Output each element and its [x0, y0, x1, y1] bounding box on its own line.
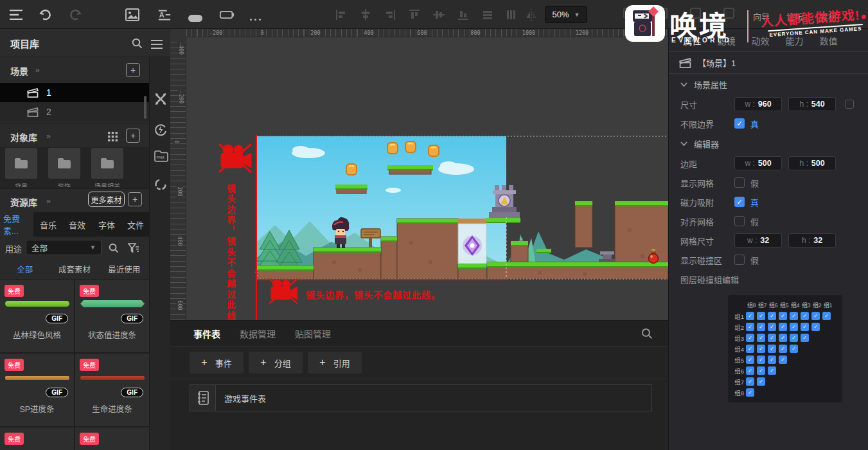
- matrix-checkbox[interactable]: ✓: [822, 312, 831, 320]
- show-collision-checkbox[interactable]: [734, 255, 745, 265]
- align-center-h-icon[interactable]: [359, 8, 373, 22]
- show-grid-checkbox[interactable]: [734, 177, 745, 188]
- scene-props-section-header[interactable]: 场景属性: [669, 74, 868, 94]
- asset-card[interactable]: 免费 GIF 丛林绿色风格: [0, 280, 74, 352]
- unbounded-checkbox[interactable]: ✓: [734, 118, 745, 129]
- panel-menu-icon[interactable]: [150, 37, 164, 51]
- add-reference-button[interactable]: +引用: [308, 352, 362, 374]
- cut-tool-icon[interactable]: [154, 93, 167, 105]
- matrix-checkbox[interactable]: ✓: [746, 388, 754, 397]
- align-top-icon[interactable]: [407, 8, 421, 22]
- scene-list-scrollbar[interactable]: [144, 96, 146, 119]
- matrix-checkbox[interactable]: ✓: [790, 334, 798, 342]
- matrix-checkbox[interactable]: ✓: [757, 312, 765, 320]
- object-folder[interactable]: [91, 148, 123, 179]
- add-resource-button[interactable]: +: [128, 192, 142, 206]
- matrix-checkbox[interactable]: ✓: [757, 345, 765, 353]
- matrix-checkbox[interactable]: ✓: [757, 334, 765, 342]
- matrix-checkbox[interactable]: ✓: [779, 323, 787, 331]
- align-left-icon[interactable]: [334, 8, 348, 22]
- matrix-checkbox[interactable]: ✓: [768, 366, 776, 375]
- grid-view-icon[interactable]: [105, 129, 120, 143]
- tab-motion[interactable]: 动效: [743, 34, 777, 47]
- matrix-checkbox[interactable]: ✓: [757, 356, 765, 364]
- matrix-checkbox[interactable]: ✓: [801, 323, 809, 331]
- device-icon[interactable]: [657, 8, 668, 19]
- filter-icon[interactable]: [126, 241, 140, 255]
- effect-tool-icon[interactable]: [154, 123, 167, 136]
- editor-section-header[interactable]: 编辑器: [669, 133, 868, 154]
- matrix-checkbox[interactable]: ✓: [757, 377, 765, 386]
- add-scene-button[interactable]: +: [126, 63, 140, 77]
- loading-spinner-icon[interactable]: [154, 178, 167, 191]
- filter-recent[interactable]: 最近使用: [100, 263, 149, 275]
- settings-icon[interactable]: [723, 8, 734, 19]
- scene-item-1[interactable]: 1: [0, 83, 149, 102]
- grid-width-input[interactable]: w :32: [734, 233, 782, 248]
- main-menu-icon[interactable]: [9, 8, 23, 22]
- usage-select[interactable]: 全部 ▼: [26, 240, 102, 255]
- asset-card[interactable]: 免费: [75, 428, 149, 450]
- filter-all[interactable]: 全部: [0, 263, 49, 275]
- object-folder[interactable]: [48, 148, 80, 179]
- size-link-checkbox[interactable]: [845, 100, 854, 109]
- tab-values[interactable]: 数值: [811, 34, 846, 47]
- family-folder-icon[interactable]: FAM: [154, 150, 167, 163]
- add-object-button[interactable]: +: [126, 129, 140, 143]
- redo-icon[interactable]: [68, 8, 82, 22]
- matrix-checkbox[interactable]: ✓: [746, 366, 754, 375]
- asset-card[interactable]: 免费: [0, 428, 74, 450]
- matrix-checkbox[interactable]: ✓: [746, 377, 754, 386]
- object-folder[interactable]: [5, 148, 37, 179]
- zoom-level-select[interactable]: 50% ▼: [545, 6, 587, 23]
- grid-height-input[interactable]: h :32: [788, 233, 836, 248]
- tab-music[interactable]: 音乐: [40, 212, 57, 237]
- tab-data-management[interactable]: 数据管理: [240, 327, 276, 340]
- flip-horizontal-icon[interactable]: [524, 8, 538, 22]
- matrix-checkbox[interactable]: ✓: [768, 312, 776, 320]
- matrix-checkbox[interactable]: ✓: [757, 366, 765, 375]
- matrix-checkbox[interactable]: ✓: [790, 323, 798, 331]
- filter-sets[interactable]: 成套素材: [49, 263, 99, 275]
- matrix-checkbox[interactable]: ✓: [779, 312, 787, 320]
- matrix-checkbox[interactable]: ✓: [768, 356, 776, 364]
- matrix-checkbox[interactable]: ✓: [790, 312, 798, 320]
- ellipse-tool-icon[interactable]: [188, 11, 202, 25]
- matrix-checkbox[interactable]: ✓: [779, 345, 787, 353]
- matrix-checkbox[interactable]: ✓: [768, 334, 776, 342]
- tab-properties[interactable]: 属性: [675, 34, 709, 47]
- matrix-checkbox[interactable]: ✓: [790, 345, 798, 353]
- size-height-input[interactable]: h :540: [788, 97, 836, 111]
- search-icon[interactable]: [641, 328, 653, 339]
- button-tool-icon[interactable]: [220, 8, 234, 22]
- margin-width-input[interactable]: w :500: [734, 156, 782, 170]
- search-icon[interactable]: [107, 241, 121, 255]
- add-event-button[interactable]: +事件: [190, 352, 244, 374]
- matrix-checkbox[interactable]: ✓: [811, 323, 820, 331]
- matrix-checkbox[interactable]: ✓: [768, 345, 776, 353]
- nav-link-forum[interactable]: 论坛: [786, 10, 803, 22]
- distribute-v-icon[interactable]: [504, 8, 518, 22]
- tab-tilemap-management[interactable]: 贴图管理: [295, 327, 331, 340]
- matrix-checkbox[interactable]: ✓: [768, 323, 776, 331]
- asset-card[interactable]: 免费 GIF 生命进度条: [75, 354, 149, 426]
- matrix-checkbox[interactable]: ✓: [746, 334, 754, 342]
- asset-card[interactable]: 免费 GIF SP进度条: [0, 354, 74, 426]
- matrix-checkbox[interactable]: ✓: [801, 312, 809, 320]
- expand-icon[interactable]: »: [46, 197, 49, 206]
- matrix-checkbox[interactable]: ✓: [757, 323, 765, 331]
- matrix-checkbox[interactable]: ✓: [746, 356, 754, 364]
- align-middle-v-icon[interactable]: [432, 8, 446, 22]
- distribute-h-icon[interactable]: [481, 8, 495, 22]
- tab-file[interactable]: 文件: [127, 212, 144, 237]
- portal-column[interactable]: [458, 224, 486, 269]
- matrix-checkbox[interactable]: ✓: [779, 356, 787, 364]
- tab-sound[interactable]: 音效: [69, 212, 85, 237]
- matrix-checkbox[interactable]: ✓: [746, 323, 754, 331]
- expand-icon[interactable]: »: [35, 66, 39, 75]
- matrix-checkbox[interactable]: ✓: [779, 334, 787, 342]
- more-assets-button[interactable]: 更多素材: [88, 192, 125, 207]
- margin-height-input[interactable]: h :500: [788, 156, 836, 170]
- align-right-icon[interactable]: [383, 8, 397, 22]
- nav-link-guide[interactable]: 向导: [753, 10, 770, 22]
